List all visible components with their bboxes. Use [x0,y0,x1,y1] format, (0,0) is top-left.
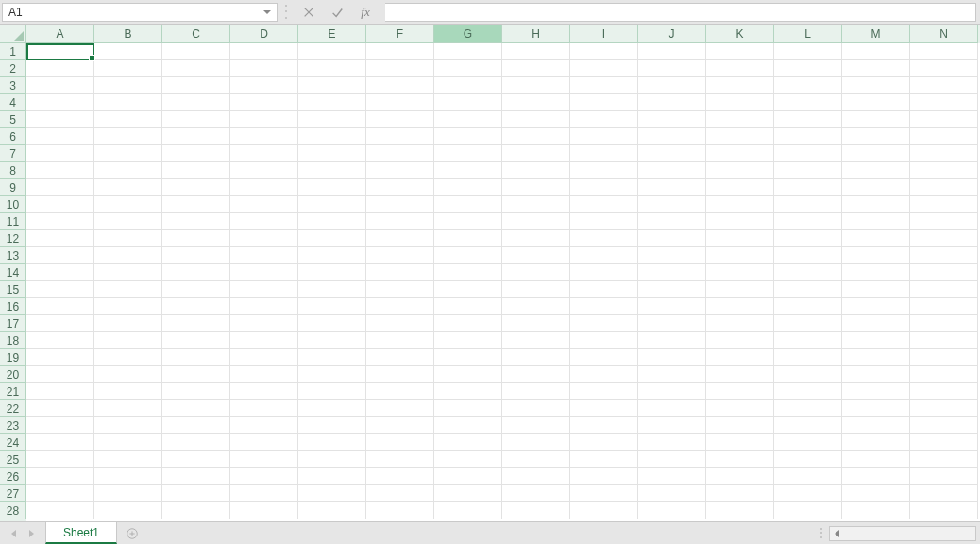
cell-D24[interactable] [230,434,298,451]
cell-G18[interactable] [434,332,502,349]
cell-A4[interactable] [26,94,94,111]
cell-N12[interactable] [910,230,978,247]
name-box[interactable] [2,3,278,22]
cell-G21[interactable] [434,383,502,400]
cell-M15[interactable] [842,281,910,298]
cell-L17[interactable] [774,315,842,332]
cell-D10[interactable] [230,196,298,213]
cell-D5[interactable] [230,111,298,128]
cell-I10[interactable] [570,196,638,213]
cell-F5[interactable] [366,111,434,128]
cell-I8[interactable] [570,162,638,179]
cell-B19[interactable] [94,349,162,366]
cell-K3[interactable] [706,77,774,94]
cell-G23[interactable] [434,417,502,434]
cell-N11[interactable] [910,213,978,230]
cell-H22[interactable] [502,400,570,417]
cell-A1[interactable] [26,43,94,60]
cell-M10[interactable] [842,196,910,213]
cell-H14[interactable] [502,264,570,281]
cell-N21[interactable] [910,383,978,400]
cell-K15[interactable] [706,281,774,298]
cell-G25[interactable] [434,451,502,468]
row-header-7[interactable]: 7 [0,145,26,162]
cell-L16[interactable] [774,298,842,315]
cell-M5[interactable] [842,111,910,128]
column-header-G[interactable]: G [434,25,502,43]
column-header-A[interactable]: A [26,25,94,43]
cell-D17[interactable] [230,315,298,332]
cell-H5[interactable] [502,111,570,128]
cell-A11[interactable] [26,213,94,230]
cell-M26[interactable] [842,468,910,485]
cell-K20[interactable] [706,366,774,383]
cell-G19[interactable] [434,349,502,366]
cell-J14[interactable] [638,264,706,281]
cell-L14[interactable] [774,264,842,281]
cell-C7[interactable] [162,145,230,162]
cell-C3[interactable] [162,77,230,94]
cell-B8[interactable] [94,162,162,179]
cell-K25[interactable] [706,451,774,468]
cell-D25[interactable] [230,451,298,468]
cell-J7[interactable] [638,145,706,162]
cell-J19[interactable] [638,349,706,366]
cell-N16[interactable] [910,298,978,315]
column-header-K[interactable]: K [706,25,774,43]
cell-J26[interactable] [638,468,706,485]
cell-I4[interactable] [570,94,638,111]
cell-G24[interactable] [434,434,502,451]
cell-A20[interactable] [26,366,94,383]
cell-I3[interactable] [570,77,638,94]
cell-G22[interactable] [434,400,502,417]
cell-J24[interactable] [638,434,706,451]
column-header-H[interactable]: H [502,25,570,43]
cell-N26[interactable] [910,468,978,485]
cell-L12[interactable] [774,230,842,247]
row-header-1[interactable]: 1 [0,43,26,60]
cell-K5[interactable] [706,111,774,128]
cell-K8[interactable] [706,162,774,179]
cell-L3[interactable] [774,77,842,94]
cell-J12[interactable] [638,230,706,247]
cell-N4[interactable] [910,94,978,111]
row-header-14[interactable]: 14 [0,264,26,281]
cell-B5[interactable] [94,111,162,128]
column-header-N[interactable]: N [910,25,978,43]
cell-L5[interactable] [774,111,842,128]
cell-H3[interactable] [502,77,570,94]
cell-I6[interactable] [570,128,638,145]
cell-H13[interactable] [502,247,570,264]
cell-M8[interactable] [842,162,910,179]
cell-H9[interactable] [502,179,570,196]
cell-H7[interactable] [502,145,570,162]
cell-M23[interactable] [842,417,910,434]
cell-D3[interactable] [230,77,298,94]
cell-K18[interactable] [706,332,774,349]
cell-M14[interactable] [842,264,910,281]
cell-M1[interactable] [842,43,910,60]
row-header-23[interactable]: 23 [0,417,26,434]
cell-C2[interactable] [162,60,230,77]
cell-G26[interactable] [434,468,502,485]
cell-L24[interactable] [774,434,842,451]
cell-D22[interactable] [230,400,298,417]
cell-K10[interactable] [706,196,774,213]
cell-H23[interactable] [502,417,570,434]
cell-D26[interactable] [230,468,298,485]
cell-K28[interactable] [706,502,774,519]
cell-K2[interactable] [706,60,774,77]
cell-G27[interactable] [434,485,502,502]
cell-F11[interactable] [366,213,434,230]
cell-E5[interactable] [298,111,366,128]
cell-E12[interactable] [298,230,366,247]
column-header-J[interactable]: J [638,25,706,43]
cell-E27[interactable] [298,485,366,502]
row-header-27[interactable]: 27 [0,485,26,502]
tab-scroll-splitter[interactable] [818,527,825,540]
cell-F3[interactable] [366,77,434,94]
row-header-20[interactable]: 20 [0,366,26,383]
cell-I14[interactable] [570,264,638,281]
cell-D19[interactable] [230,349,298,366]
cell-E10[interactable] [298,196,366,213]
